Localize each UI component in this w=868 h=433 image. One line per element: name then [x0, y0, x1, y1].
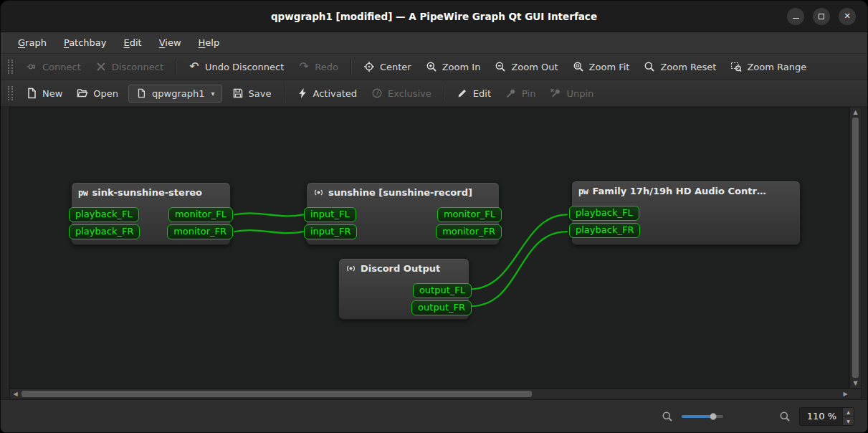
patchbay-toolbar: New Open qpwgraph1 ▾ Save Activated f Ex…: [1, 80, 867, 107]
port-monitor_FL[interactable]: monitor_FL: [437, 207, 502, 222]
menu-help[interactable]: Help: [191, 34, 227, 51]
menu-label: H: [199, 37, 206, 48]
center-button[interactable]: Center: [357, 57, 418, 77]
port-playback_FR[interactable]: playback_FR: [69, 224, 140, 239]
window-controls: ✕: [787, 1, 856, 32]
zoom-in-label: Zoom In: [442, 62, 481, 72]
toolbar-separator: [284, 85, 285, 101]
graph-area: pw sink-sunshine-stereo playback_FL play…: [1, 107, 867, 399]
scroll-down-icon[interactable]: ▼: [850, 379, 861, 388]
minimize-button[interactable]: [787, 8, 804, 25]
zoom-slider-fill: [682, 415, 712, 418]
spin-arrows: ▲ ▼: [842, 408, 854, 425]
save-button[interactable]: Save: [226, 83, 278, 103]
port-input_FL[interactable]: input_FL: [304, 207, 356, 222]
node-header[interactable]: sunshine [sunshine-record]: [307, 183, 499, 201]
zoom-reset-button[interactable]: Zoom Reset: [637, 57, 722, 77]
statusbar: 110 % ▲ ▼: [1, 399, 867, 432]
connect-icon: [26, 61, 37, 72]
zoom-slider[interactable]: [682, 411, 723, 422]
disconnect-label: Disconnect: [112, 62, 163, 72]
undo-icon: ↶: [189, 61, 200, 72]
menubar: Graph Patchbay Edit View Help: [1, 32, 867, 54]
spin-up-icon[interactable]: ▲: [843, 408, 854, 417]
zoom-value[interactable]: 110 %: [800, 408, 842, 425]
node-title-label: sunshine [sunshine-record]: [328, 187, 472, 198]
menu-graph[interactable]: Graph: [11, 34, 54, 51]
port-monitor_FR[interactable]: monitor_FR: [436, 224, 502, 239]
undo-button[interactable]: ↶ Undo Disconnect: [182, 57, 290, 77]
scroll-right-icon[interactable]: ▶: [840, 389, 851, 399]
zoom-in-icon: [426, 61, 437, 72]
scroll-up-icon[interactable]: ▲: [850, 108, 861, 117]
zoom-range-button[interactable]: Zoom Range: [724, 57, 813, 77]
node-family-hd-audio[interactable]: pw Family 17h/19h HD Audio Contr… playba…: [571, 181, 801, 245]
node-header[interactable]: Discord Output: [339, 259, 469, 277]
new-button[interactable]: New: [19, 83, 69, 103]
toolbar-grip[interactable]: [8, 60, 13, 74]
disconnect-button[interactable]: Disconnect: [89, 57, 170, 77]
pin-button[interactable]: Pin: [499, 83, 542, 103]
toolbar-grip[interactable]: [8, 86, 13, 100]
activated-label: Activated: [313, 88, 358, 99]
port-output_FR[interactable]: output_FR: [411, 300, 472, 315]
zoom-in-icon[interactable]: [779, 411, 791, 422]
open-button[interactable]: Open: [70, 83, 125, 103]
window-title: qpwgraph1 [modified] — A PipeWire Graph …: [271, 11, 597, 22]
node-sink-sunshine-stereo[interactable]: pw sink-sunshine-stereo playback_FL play…: [71, 182, 231, 245]
horizontal-scrollbar[interactable]: ◀ ▶: [9, 389, 862, 399]
maximize-icon: [819, 14, 824, 19]
vertical-scroll-thumb[interactable]: [852, 118, 859, 378]
node-sunshine-record[interactable]: sunshine [sunshine-record] input_FL inpu…: [306, 182, 500, 245]
menu-label: atchbay: [69, 37, 106, 48]
zoom-in-button[interactable]: Zoom In: [419, 57, 487, 77]
port-monitor_FL[interactable]: monitor_FL: [168, 207, 233, 222]
vertical-scrollbar[interactable]: ▲ ▼: [849, 107, 862, 389]
node-header[interactable]: pw sink-sunshine-stereo: [72, 183, 230, 201]
unpin-icon: [550, 87, 561, 99]
center-label: Center: [380, 62, 411, 72]
exclusive-toggle[interactable]: f Exclusive: [365, 83, 438, 103]
connect-button[interactable]: Connect: [19, 57, 87, 77]
titlebar: qpwgraph1 [modified] — A PipeWire Graph …: [1, 1, 867, 32]
unpin-button[interactable]: Unpin: [543, 83, 600, 103]
horizontal-scroll-thumb[interactable]: [22, 391, 532, 397]
menu-view[interactable]: View: [152, 34, 189, 51]
connection-edge[interactable]: [234, 230, 303, 233]
zoom-out-icon[interactable]: [662, 411, 673, 422]
node-discord-output[interactable]: Discord Output output_FL output_FR: [338, 258, 469, 320]
node-header[interactable]: pw Family 17h/19h HD Audio Contr…: [572, 181, 800, 199]
zoom-fit-icon: [573, 61, 584, 72]
zoom-reset-icon: [644, 61, 655, 72]
scroll-left-icon[interactable]: ◀: [10, 389, 21, 399]
zoom-spinbox[interactable]: 110 % ▲ ▼: [799, 407, 854, 426]
graph-canvas[interactable]: pw sink-sunshine-stereo playback_FL play…: [9, 107, 849, 389]
toolbar-separator: [176, 59, 176, 75]
activated-toggle[interactable]: Activated: [290, 83, 364, 103]
port-playback_FL[interactable]: playback_FL: [69, 207, 139, 222]
zoom-range-icon: [730, 61, 742, 72]
spin-down-icon[interactable]: ▼: [843, 417, 854, 426]
zoom-out-icon: [495, 61, 506, 72]
zoom-slider-handle[interactable]: [710, 413, 717, 420]
node-title-label: Discord Output: [361, 263, 440, 274]
connection-edge[interactable]: [234, 213, 303, 216]
redo-button[interactable]: ↷ Redo: [292, 57, 345, 77]
patchbay-select[interactable]: qpwgraph1 ▾: [128, 85, 222, 103]
port-output_FL[interactable]: output_FL: [413, 283, 472, 298]
pipewire-icon: pw: [78, 188, 87, 198]
port-input_FR[interactable]: input_FR: [304, 224, 357, 239]
edit-button[interactable]: Edit: [450, 83, 497, 103]
zoom-out-button[interactable]: Zoom Out: [488, 57, 564, 77]
menu-edit[interactable]: Edit: [117, 34, 149, 51]
edit-label: Edit: [473, 88, 491, 99]
maximize-button[interactable]: [813, 8, 830, 25]
port-playback_FL[interactable]: playback_FL: [569, 206, 639, 221]
close-button[interactable]: ✕: [839, 8, 856, 25]
record-icon: [313, 187, 324, 198]
zoom-fit-button[interactable]: Zoom Fit: [566, 57, 636, 77]
redo-icon: ↷: [298, 61, 310, 72]
menu-patchbay[interactable]: Patchbay: [57, 34, 114, 51]
port-monitor_FR[interactable]: monitor_FR: [167, 224, 233, 239]
port-playback_FR[interactable]: playback_FR: [569, 223, 640, 238]
